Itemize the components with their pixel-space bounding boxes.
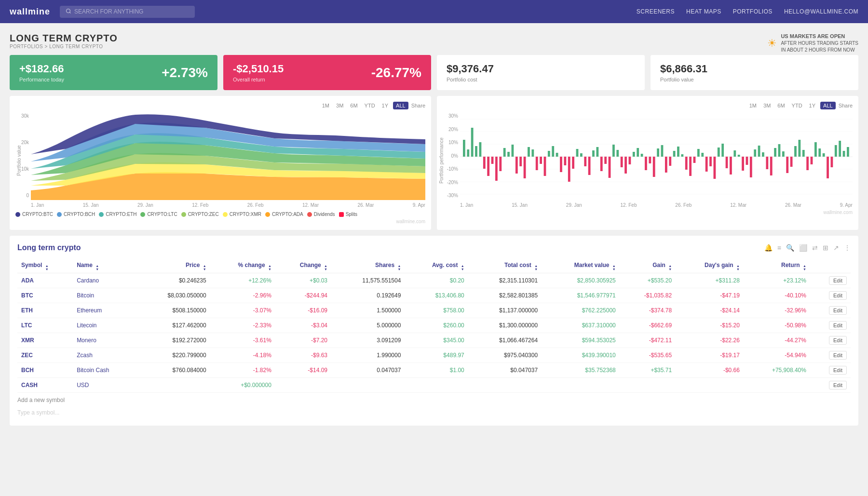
holdings-table: Symbol ▲▼ Name ▲▼ Price ▲▼ % change ▲▼ — [17, 260, 851, 393]
cell-edit[interactable]: Edit — [810, 303, 851, 318]
share-btn-left[interactable]: Share — [411, 103, 425, 108]
btn-ytd-right[interactable]: YTD — [790, 102, 804, 109]
cell-edit[interactable]: Edit — [810, 273, 851, 288]
btn-6m-right[interactable]: 6M — [775, 102, 787, 109]
svg-rect-47 — [616, 150, 619, 157]
edit-button[interactable]: Edit — [829, 366, 847, 375]
btn-all-left[interactable]: ALL — [393, 102, 408, 109]
legend-dividends: Dividends — [307, 212, 335, 217]
col-symbol[interactable]: Symbol ▲▼ — [17, 260, 73, 273]
nav-portfolios[interactable]: PORTFOLIOS — [733, 8, 773, 15]
cell-market-value: $594.353025 — [542, 333, 620, 348]
col-shares[interactable]: Shares ▲▼ — [331, 260, 405, 273]
col-days-gain[interactable]: Day's gain ▲▼ — [676, 260, 744, 273]
btn-all-right[interactable]: ALL — [820, 102, 836, 109]
svg-rect-20 — [507, 152, 510, 157]
logo: wallmine — [10, 7, 50, 17]
cell-price: $127.462000 — [136, 318, 210, 333]
cell-symbol: XMR — [17, 333, 73, 348]
cell-shares: 11,575.551504 — [331, 273, 405, 288]
col-market-value[interactable]: Market value ▲▼ — [542, 260, 620, 273]
col-name[interactable]: Name ▲▼ — [73, 260, 136, 273]
bell-icon[interactable]: 🔔 — [764, 244, 773, 252]
cell-total-cost: $2,315.110301 — [468, 273, 542, 288]
table-row: ETH Ethereum $508.150000 -3.07% -$16.09 … — [17, 303, 851, 318]
edit-button[interactable]: Edit — [829, 336, 847, 345]
edit-button[interactable]: Edit — [829, 351, 847, 360]
col-change[interactable]: Change ▲▼ — [275, 260, 331, 273]
svg-rect-38 — [580, 153, 583, 157]
svg-rect-35 — [568, 157, 570, 182]
svg-rect-59 — [665, 157, 667, 173]
cell-days-gain: -$47.19 — [676, 288, 744, 303]
expand-icon[interactable]: ⬜ — [799, 244, 807, 252]
svg-rect-68 — [701, 153, 704, 157]
svg-rect-83 — [762, 152, 764, 157]
grid-icon[interactable]: ⊞ — [823, 244, 828, 252]
arrows-icon[interactable]: ⇄ — [812, 244, 818, 252]
edit-button[interactable]: Edit — [829, 321, 847, 330]
edit-button[interactable]: Edit — [829, 381, 847, 389]
more-icon[interactable]: ⋮ — [844, 244, 851, 252]
col-total-cost[interactable]: Total cost ▲▼ — [468, 260, 542, 273]
share-btn-right[interactable]: Share — [839, 103, 853, 108]
btn-1y-left[interactable]: 1Y — [380, 102, 390, 109]
cell-change: -$14.09 — [275, 363, 331, 378]
cell-edit[interactable]: Edit — [810, 363, 851, 378]
svg-rect-73 — [721, 144, 724, 157]
search-input[interactable] — [74, 8, 189, 15]
btn-1m-right[interactable]: 1M — [747, 102, 759, 109]
legend-eth: CRYPTO:ETH — [99, 212, 136, 217]
svg-rect-11 — [471, 128, 474, 157]
nav-screeners[interactable]: SCREENERS — [637, 8, 675, 15]
col-avg-cost[interactable]: Avg. cost ▲▼ — [405, 260, 468, 273]
cell-price: $508.150000 — [136, 303, 210, 318]
svg-rect-98 — [823, 153, 825, 157]
col-return[interactable]: Return ▲▼ — [744, 260, 810, 273]
nav-account[interactable]: HELLO@WALLMINE.COM — [784, 8, 858, 15]
edit-button[interactable]: Edit — [829, 306, 847, 315]
share-table-icon[interactable]: ↗ — [833, 244, 839, 252]
search-table-icon[interactable]: 🔍 — [786, 244, 794, 252]
svg-rect-86 — [774, 148, 776, 157]
cell-edit[interactable]: Edit — [810, 288, 851, 303]
svg-rect-29 — [544, 157, 546, 176]
chart-toolbar-right: 1M 3M 6M YTD 1Y ALL Share — [443, 102, 853, 109]
btn-6m-left[interactable]: 6M — [348, 102, 359, 109]
cell-symbol: ETH — [17, 303, 73, 318]
filter-icon[interactable]: ≡ — [777, 244, 781, 252]
legend-ada: CRYPTO:ADA — [265, 212, 303, 217]
btn-1m-left[interactable]: 1M — [320, 102, 331, 109]
btn-3m-left[interactable]: 3M — [334, 102, 345, 109]
svg-rect-82 — [758, 146, 760, 157]
btn-1y-right[interactable]: 1Y — [807, 102, 817, 109]
svg-rect-96 — [814, 142, 817, 157]
type-symbol-placeholder[interactable]: Type a symbol... — [17, 407, 851, 418]
search-bar[interactable] — [60, 6, 195, 18]
svg-rect-79 — [746, 157, 748, 165]
cell-change: -$3.04 — [275, 318, 331, 333]
col-pct-change[interactable]: % change ▲▼ — [210, 260, 275, 273]
btn-ytd-left[interactable]: YTD — [363, 102, 377, 109]
col-price[interactable]: Price ▲▼ — [136, 260, 210, 273]
cell-avg-cost: $1.00 — [405, 363, 468, 378]
cell-pct-change: -2.33% — [210, 318, 275, 333]
edit-button[interactable]: Edit — [829, 291, 847, 300]
nav-heat-maps[interactable]: HEAT MAPS — [686, 8, 721, 15]
table-row: CASH USD +$0.000000 Edit — [17, 378, 851, 393]
col-gain[interactable]: Gain ▲▼ — [620, 260, 676, 273]
cell-return: -50.98% — [744, 318, 810, 333]
cell-edit[interactable]: Edit — [810, 348, 851, 363]
btn-3m-right[interactable]: 3M — [761, 102, 773, 109]
market-status: ☀ US MARKETS ARE OPEN AFTER HOURS TRADIN… — [767, 33, 858, 54]
svg-rect-54 — [645, 157, 647, 170]
cell-edit[interactable]: Edit — [810, 318, 851, 333]
cell-shares: 5.000000 — [331, 318, 405, 333]
cell-edit[interactable]: Edit — [810, 333, 851, 348]
svg-rect-58 — [661, 145, 664, 157]
cell-pct-change: -2.96% — [210, 288, 275, 303]
cell-edit[interactable]: Edit — [810, 378, 851, 393]
svg-rect-36 — [572, 157, 574, 169]
edit-button[interactable]: Edit — [829, 276, 847, 285]
svg-rect-49 — [624, 157, 627, 174]
